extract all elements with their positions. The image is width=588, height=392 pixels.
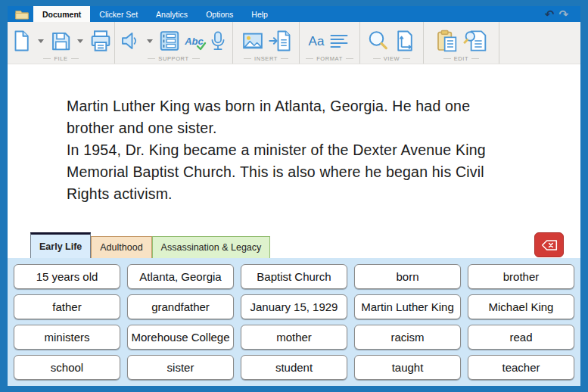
app-logo[interactable] <box>8 6 33 22</box>
microphone-icon[interactable] <box>207 29 229 53</box>
word-cell[interactable]: January 15, 1929 <box>241 294 347 319</box>
menu-analytics[interactable]: Analytics <box>147 6 197 22</box>
menu-bar: Document Clicker Set Analytics Options H… <box>8 6 580 22</box>
zoom-icon[interactable] <box>367 30 390 52</box>
word-cell[interactable]: racism <box>354 325 461 350</box>
tab-assassination-legacy[interactable]: Assassination & Legacy <box>152 236 271 258</box>
save-dropdown-icon[interactable] <box>77 39 83 43</box>
find-icon[interactable] <box>463 29 487 53</box>
alignment-icon[interactable] <box>328 30 350 51</box>
toolbar-spacer <box>499 22 580 64</box>
spellcheck-icon[interactable]: Abc <box>185 36 204 46</box>
word-cell[interactable]: father <box>14 294 120 319</box>
print-icon[interactable] <box>89 29 113 53</box>
toolbar: FILE Abc <box>8 22 580 64</box>
app-window: Document Clicker Set Analytics Options H… <box>8 6 580 386</box>
menu-help[interactable]: Help <box>242 6 277 22</box>
menu-document[interactable]: Document <box>33 6 90 22</box>
picture-icon[interactable] <box>241 30 265 52</box>
menu-clicker-set[interactable]: Clicker Set <box>90 6 147 22</box>
redo-icon[interactable]: ↷ <box>558 8 568 20</box>
word-cell[interactable]: 15 years old <box>14 264 120 289</box>
grid-tab-bar: Early Life Adulthood Assassination & Leg… <box>8 232 580 258</box>
window-frame: Document Clicker Set Analytics Options H… <box>0 0 588 392</box>
tab-adulthood[interactable]: Adulthood <box>91 236 151 258</box>
text-style-icon[interactable]: Aa <box>309 35 325 48</box>
toolbar-group-label: SUPPORT <box>115 55 232 62</box>
folder-icon <box>15 9 29 20</box>
word-cell[interactable]: brother <box>468 264 574 289</box>
word-cell[interactable]: school <box>14 355 120 380</box>
document-area[interactable]: Martin Luther King was born in Atlanta, … <box>8 64 580 232</box>
word-cell[interactable]: mother <box>241 325 347 350</box>
toolbar-group-label: INSERT <box>233 55 299 62</box>
word-cell[interactable]: Baptist Church <box>241 264 347 289</box>
backspace-button[interactable] <box>534 232 564 257</box>
paste-icon[interactable] <box>435 29 459 53</box>
toolbar-group-label: VIEW <box>360 55 423 62</box>
toolbar-group-file: FILE <box>8 22 115 64</box>
backspace-icon <box>541 239 558 251</box>
page-layout-icon[interactable] <box>394 29 416 53</box>
toolbar-group-view: VIEW <box>360 22 424 64</box>
speaker-icon[interactable] <box>119 30 142 52</box>
menubar-spacer <box>277 6 545 22</box>
new-document-icon[interactable] <box>10 29 33 53</box>
word-cell[interactable]: student <box>241 355 347 380</box>
word-grid: 15 years old Atlanta, Georgia Baptist Ch… <box>8 258 580 386</box>
toolbar-group-format: Aa FORMAT <box>300 22 360 64</box>
word-cell[interactable]: Morehouse College <box>127 325 234 350</box>
toolbar-group-insert: INSERT <box>233 22 300 64</box>
speaker-dropdown-icon[interactable] <box>147 39 153 43</box>
word-cell[interactable]: sister <box>127 355 234 380</box>
toolbar-group-label: FORMAT <box>300 55 359 62</box>
undo-icon[interactable]: ↶ <box>545 8 555 20</box>
word-cell[interactable]: read <box>468 325 574 350</box>
menu-options[interactable]: Options <box>197 6 242 22</box>
word-cell[interactable]: Martin Luther King <box>354 294 461 319</box>
toolbar-group-label: FILE <box>8 55 114 62</box>
insert-file-icon[interactable] <box>269 29 291 53</box>
tab-early-life[interactable]: Early Life <box>30 232 91 258</box>
word-cell[interactable]: taught <box>354 355 461 380</box>
word-cell[interactable]: born <box>354 264 461 289</box>
toolbar-group-edit: EDIT <box>424 22 499 64</box>
toolbar-group-label: EDIT <box>424 55 499 62</box>
word-cell[interactable]: Michael King <box>468 294 574 319</box>
save-icon[interactable] <box>49 29 72 53</box>
new-document-dropdown-icon[interactable] <box>38 39 44 43</box>
toolbar-group-support: Abc SUPPORT <box>115 22 233 64</box>
word-cell[interactable]: grandfather <box>127 294 234 319</box>
word-cell[interactable]: teacher <box>468 355 574 380</box>
word-cell[interactable]: Atlanta, Georgia <box>127 264 234 289</box>
word-list-icon[interactable] <box>158 30 181 52</box>
document-paragraph: Martin Luther King was born in Atlanta, … <box>67 95 535 139</box>
word-cell[interactable]: ministers <box>14 325 120 350</box>
document-paragraph: In 1954, Dr. King became a minister of t… <box>67 139 535 205</box>
